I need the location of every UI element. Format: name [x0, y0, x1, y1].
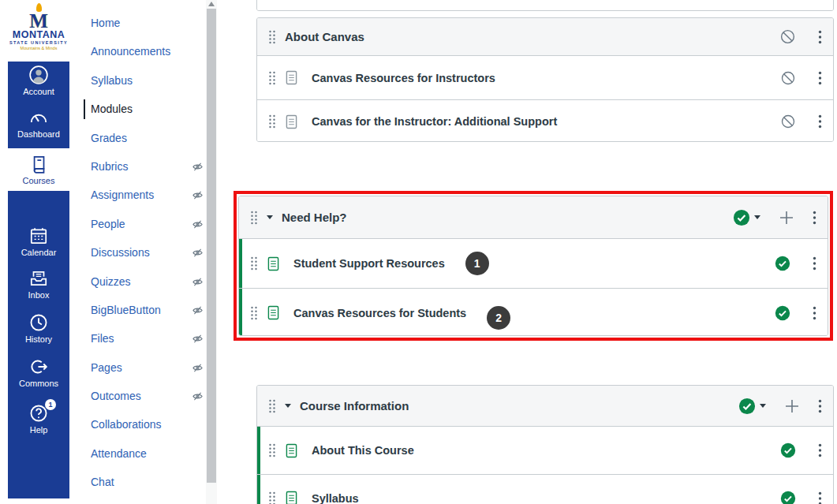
scrollbar-up-arrow[interactable]	[208, 2, 215, 6]
course-nav-rubrics[interactable]: Rubrics	[91, 152, 209, 181]
module-item-title[interactable]: About This Course	[312, 444, 414, 457]
publish-status-button[interactable]	[733, 209, 760, 226]
publish-dropdown-arrow[interactable]	[754, 215, 760, 219]
module-item-title[interactable]: Student Support Resources	[293, 257, 445, 270]
course-nav-label: Rubrics	[91, 160, 128, 173]
module-header: Need Help?	[239, 196, 828, 239]
hidden-eye-icon	[192, 247, 204, 259]
global-nav-history[interactable]: History	[8, 312, 69, 344]
kebab-menu-button[interactable]	[818, 399, 822, 413]
kebab-menu-button[interactable]	[818, 491, 822, 504]
module-row-partial[interactable]	[256, 0, 834, 11]
course-nav-home[interactable]: Home	[91, 9, 209, 37]
calendar-icon	[8, 226, 69, 247]
course-nav-quizzes[interactable]: Quizzes	[91, 267, 209, 296]
publish-status-button[interactable]	[738, 398, 766, 415]
module-item-title[interactable]: Canvas for the Instructor: Additional Su…	[312, 115, 557, 128]
global-nav-inbox[interactable]: Inbox	[8, 268, 69, 300]
module-item-row: Syllabus	[257, 474, 833, 504]
module-item-title[interactable]: Canvas Resources for Students	[293, 307, 466, 319]
module-title: Course Information	[300, 399, 409, 413]
published-check-icon[interactable]	[780, 491, 796, 504]
page-icon	[286, 114, 297, 129]
kebab-menu-button[interactable]	[818, 71, 822, 85]
kebab-menu-button[interactable]	[818, 443, 822, 457]
commons-icon	[8, 357, 69, 378]
course-nav-files[interactable]: Files	[91, 324, 209, 353]
global-nav-help[interactable]: 1 Help	[8, 403, 69, 435]
course-nav-label: Announcements	[91, 45, 170, 58]
publish-dropdown-arrow[interactable]	[760, 404, 766, 408]
page-icon	[286, 70, 297, 85]
kebab-menu-button[interactable]	[818, 30, 822, 44]
scrollbar-thumb[interactable]	[207, 9, 216, 483]
drag-handle-icon[interactable]	[268, 491, 276, 504]
course-nav-collaborations[interactable]: Collaborations	[91, 410, 209, 439]
course-nav-discussions[interactable]: Discussions	[91, 238, 209, 267]
published-check-icon[interactable]	[780, 442, 796, 458]
course-nav-chat[interactable]: Chat	[91, 468, 209, 496]
kebab-menu-button[interactable]	[813, 306, 816, 320]
add-item-button[interactable]	[779, 211, 794, 225]
course-nav-grades[interactable]: Grades	[91, 124, 209, 152]
course-nav-modules[interactable]: Modules	[91, 95, 209, 123]
drag-handle-icon[interactable]	[268, 114, 276, 129]
course-nav-label: Attendance	[91, 447, 147, 460]
module-item-title[interactable]: Canvas Resources for Instructors	[312, 72, 495, 84]
drag-handle-icon[interactable]	[250, 211, 258, 225]
course-nav-label: Syllabus	[91, 74, 133, 87]
add-item-button[interactable]	[785, 399, 799, 413]
course-nav-attendance[interactable]: Attendance	[91, 439, 209, 468]
msu-logo[interactable]: M MONTANA STATE UNIVERSITY Mountains & M…	[6, 3, 71, 51]
course-nav-pages[interactable]: Pages	[91, 353, 209, 382]
unpublished-icon[interactable]	[780, 70, 796, 86]
drag-handle-icon[interactable]	[268, 399, 276, 413]
global-nav-courses[interactable]: Courses	[8, 148, 69, 191]
module-course-information: Course Information About This Course	[256, 385, 834, 504]
global-nav-label: Dashboard	[8, 129, 69, 139]
course-nav-people[interactable]: People	[91, 210, 209, 238]
nav-scrollbar[interactable]	[206, 0, 217, 504]
unpublished-icon[interactable]	[780, 114, 796, 129]
logo-monogram: M	[6, 12, 71, 30]
kebab-menu-button[interactable]	[813, 256, 816, 271]
module-title: About Canvas	[285, 30, 364, 43]
drag-handle-icon[interactable]	[250, 306, 258, 320]
global-nav-account[interactable]: Account	[8, 65, 69, 96]
course-nav-announcements[interactable]: Announcements	[91, 37, 209, 65]
global-nav-dashboard[interactable]: Dashboard	[8, 107, 69, 139]
course-nav-label: People	[91, 218, 125, 230]
published-check-icon[interactable]	[775, 256, 790, 271]
course-nav-label: Chat	[91, 476, 114, 488]
collapse-arrow-icon[interactable]	[285, 404, 291, 408]
global-nav-calendar[interactable]: Calendar	[8, 226, 69, 257]
course-nav-assignments[interactable]: Assignments	[91, 181, 209, 209]
global-nav-label: History	[8, 334, 69, 344]
global-nav-label: Courses	[8, 176, 69, 185]
history-icon	[8, 312, 69, 334]
hidden-eye-icon	[192, 276, 204, 288]
course-nav-bigbluebutton[interactable]: BigBlueButton	[91, 296, 209, 324]
drag-handle-icon[interactable]	[250, 256, 258, 271]
module-item-row: Canvas Resources for Students 2	[239, 288, 828, 336]
course-nav-syllabus[interactable]: Syllabus	[91, 66, 209, 95]
global-nav-label: Commons	[8, 379, 69, 388]
unpublished-icon[interactable]	[779, 28, 796, 45]
drag-handle-icon[interactable]	[268, 30, 276, 44]
course-nav-label: Home	[91, 17, 120, 29]
drag-handle-icon[interactable]	[268, 71, 276, 85]
logo-line1: MONTANA	[6, 30, 71, 40]
drag-handle-icon[interactable]	[268, 443, 276, 457]
hidden-eye-icon	[192, 218, 204, 230]
global-nav-commons[interactable]: Commons	[8, 357, 69, 388]
kebab-menu-button[interactable]	[818, 114, 822, 129]
published-check-icon[interactable]	[775, 305, 790, 321]
course-nav-outcomes[interactable]: Outcomes	[91, 382, 209, 410]
kebab-menu-button[interactable]	[813, 211, 816, 225]
published-check-icon	[738, 398, 756, 415]
inbox-icon	[8, 268, 69, 289]
course-nav-label: BigBlueButton	[91, 304, 161, 316]
course-nav-label: Quizzes	[91, 275, 131, 288]
collapse-arrow-icon[interactable]	[267, 215, 273, 219]
module-item-title[interactable]: Syllabus	[312, 492, 359, 504]
